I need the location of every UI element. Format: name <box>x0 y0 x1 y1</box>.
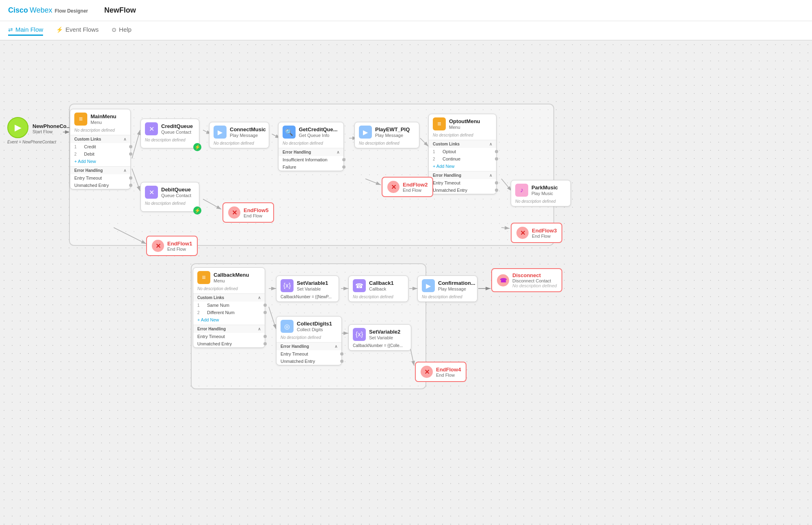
collect-digits-icon: ◎ <box>281 320 294 333</box>
optout-menu-desc: No description defined <box>429 132 496 140</box>
end-flow-1-title: EndFlow1 <box>167 241 192 247</box>
callback-menu-node[interactable]: ≡ CallbackMenu Menu No description defin… <box>193 267 265 348</box>
optout-custom-links-header[interactable]: Custom Links ∧ <box>429 140 496 148</box>
nav-help[interactable]: ⊙ Help <box>112 26 132 36</box>
set-var-1-desc: CallbackNumber = {{NewP... <box>276 294 339 302</box>
collect-digits-1-node[interactable]: ◎ CollectDigits1 Collect Digits No descr… <box>276 316 342 365</box>
collect-digits-error-header[interactable]: Error Handling ∧ <box>276 342 341 350</box>
end-flow-5-node[interactable]: ✕ EndFlow5 End Flow <box>222 202 274 223</box>
get-credit-icon: 🔍 <box>283 126 296 139</box>
get-credit-title: GetCreditQue... <box>299 126 337 133</box>
end-flow-1-node[interactable]: ✕ EndFlow1 End Flow <box>146 236 198 256</box>
credit-queue-lightning: ⚡ <box>193 143 201 151</box>
start-event: Event = NewPhoneContact <box>7 140 56 144</box>
main-menu-add-new[interactable]: + Add New <box>70 158 130 166</box>
help-icon: ⊙ <box>112 26 117 33</box>
set-variable-1-node[interactable]: {x} SetVariable1 Set Variable CallbackNu… <box>276 276 339 302</box>
connect-music-subtitle: Play Message <box>230 133 266 138</box>
optout-menu-title: OptoutMenu <box>449 118 480 125</box>
help-label: Help <box>119 26 132 33</box>
optout-link-2: 2 Continue <box>429 155 496 163</box>
callback-link-1: 1 Same Num <box>193 302 265 309</box>
optout-error-unmatched: Unmatched Entry <box>429 187 496 194</box>
connect-music-node[interactable]: ▶ ConnectMusic Play Message No descripti… <box>209 122 269 148</box>
optout-error-header[interactable]: Error Handling ∧ <box>429 171 496 179</box>
main-menu-link-2: 2 Debit <box>70 150 130 158</box>
brand-logo: Cisco Webex Flow Designer <box>8 6 88 15</box>
optout-menu-node[interactable]: ≡ OptoutMenu Menu No description defined… <box>428 114 497 194</box>
collect-digits-error-2: Unmatched Entry <box>276 358 341 365</box>
nav-main-flow[interactable]: ⇄ Main Flow <box>8 26 43 36</box>
main-menu-custom-links-header[interactable]: Custom Links ∧ <box>70 135 130 143</box>
debit-queue-icon: ✕ <box>145 186 158 199</box>
credit-queue-desc: No description defined <box>141 137 199 145</box>
play-ewt-icon: ▶ <box>359 126 372 139</box>
connect-music-desc: No description defined <box>209 140 269 148</box>
get-credit-subtitle: Get Queue Info <box>299 133 337 138</box>
park-music-node[interactable]: ♪ ParkMusic Play Music No description de… <box>511 180 571 206</box>
set-var-2-title: SetVariable2 <box>369 329 400 335</box>
start-title: NewPhoneCo... <box>32 123 71 129</box>
debit-queue-node[interactable]: ✕ DebitQueue Queue Contact No descriptio… <box>140 182 199 212</box>
disconnect-title: Disconnect <box>512 272 557 278</box>
confirmation-title: Confirmation... <box>438 280 475 286</box>
collect-digits-error-1: Entry Timeout <box>276 350 341 358</box>
set-var-2-icon: {x} <box>353 328 366 341</box>
brand-subtitle: Flow Designer <box>55 9 88 13</box>
end-flow-1-sub: End Flow <box>167 247 192 252</box>
get-credit-error-header[interactable]: Error Handling ∧ <box>279 148 343 156</box>
callback-add-new[interactable]: + Add New <box>193 316 265 325</box>
callback-error-unmatched: Unmatched Entry <box>193 340 265 347</box>
end-flow-4-sub: End Flow <box>436 373 461 377</box>
callback-menu-icon: ≡ <box>197 271 210 284</box>
end-flow-2-icon: ✕ <box>387 181 400 193</box>
set-var-2-desc: CallbackNumber = {{Colle... <box>349 343 411 350</box>
end-flow-5-sub: End Flow <box>244 213 268 218</box>
disconnect-subtitle: Disconnect Contact <box>512 278 557 283</box>
disconnect-icon: ☎ <box>497 274 509 286</box>
disconnect-node[interactable]: ☎ Disconnect Disconnect Contact No descr… <box>491 268 562 292</box>
debit-queue-title: DebitQueue <box>161 187 191 193</box>
start-node[interactable]: ▶ NewPhoneCo... Start Flow Event = NewPh… <box>7 117 71 144</box>
end-flow-4-node[interactable]: ✕ EndFlow4 End Flow <box>415 362 466 382</box>
end-flow-5-icon: ✕ <box>228 206 240 219</box>
main-menu-error-unmatched: Unmatched Entry <box>70 182 130 189</box>
callback-1-icon: ☎ <box>353 279 366 292</box>
debit-queue-desc: No description defined <box>141 200 199 208</box>
main-menu-error-header[interactable]: Error Handling ∧ <box>70 166 130 174</box>
collect-digits-title: CollectDigits1 <box>297 321 332 327</box>
optout-add-new[interactable]: + Add New <box>429 163 496 171</box>
main-menu-error-timeout: Entry Timeout <box>70 174 130 182</box>
main-menu-node[interactable]: ≡ MainMenu Menu No description defined C… <box>70 109 131 189</box>
callback-error-header[interactable]: Error Handling ∧ <box>193 325 265 333</box>
credit-queue-node[interactable]: ✕ CreditQueue Queue Contact No descripti… <box>140 119 199 148</box>
main-menu-link-1: 1 Credit <box>70 143 130 150</box>
set-var-1-icon: {x} <box>281 279 294 292</box>
end-flow-2-node[interactable]: ✕ EndFlow2 End Flow <box>382 177 433 197</box>
callback-1-node[interactable]: ☎ Callback1 Callback No description defi… <box>348 276 408 302</box>
callback-custom-links-header[interactable]: Custom Links ∧ <box>193 293 265 302</box>
start-icon: ▶ <box>7 117 28 138</box>
disconnect-desc: No description defined <box>512 283 557 288</box>
credit-queue-icon: ✕ <box>145 122 158 135</box>
optout-menu-subtitle: Menu <box>449 125 480 130</box>
play-ewt-node[interactable]: ▶ PlayEWT_PIQ Play Message No descriptio… <box>354 122 419 148</box>
brand-cisco: Cisco <box>8 6 28 15</box>
park-music-desc: No description defined <box>511 198 570 206</box>
confirmation-node[interactable]: ▶ Confirmation... Play Message No descri… <box>417 276 477 302</box>
callback-1-desc: No description defined <box>349 294 408 302</box>
confirmation-icon: ▶ <box>422 279 435 292</box>
credit-queue-subtitle: Queue Contact <box>161 130 193 135</box>
end-flow-3-node[interactable]: ✕ EndFlow3 End Flow <box>511 223 562 243</box>
callback-1-subtitle: Callback <box>369 286 394 291</box>
callback-menu-title: CallbackMenu <box>214 272 249 278</box>
main-menu-desc: No description defined <box>70 127 130 135</box>
confirmation-desc: No description defined <box>418 294 477 302</box>
get-credit-que-node[interactable]: 🔍 GetCreditQue... Get Queue Info No desc… <box>278 122 344 171</box>
get-credit-error-1: Insufficient Information <box>279 156 343 163</box>
nav-bar: ⇄ Main Flow ⚡ Event Flows ⊙ Help <box>0 21 812 41</box>
set-variable-2-node[interactable]: {x} SetVariable2 Set Variable CallbackNu… <box>348 324 411 351</box>
nav-event-flows[interactable]: ⚡ Event Flows <box>56 26 99 36</box>
credit-queue-title: CreditQueue <box>161 123 193 130</box>
flow-canvas[interactable]: ▶ NewPhoneCo... Start Flow Event = NewPh… <box>0 41 812 525</box>
